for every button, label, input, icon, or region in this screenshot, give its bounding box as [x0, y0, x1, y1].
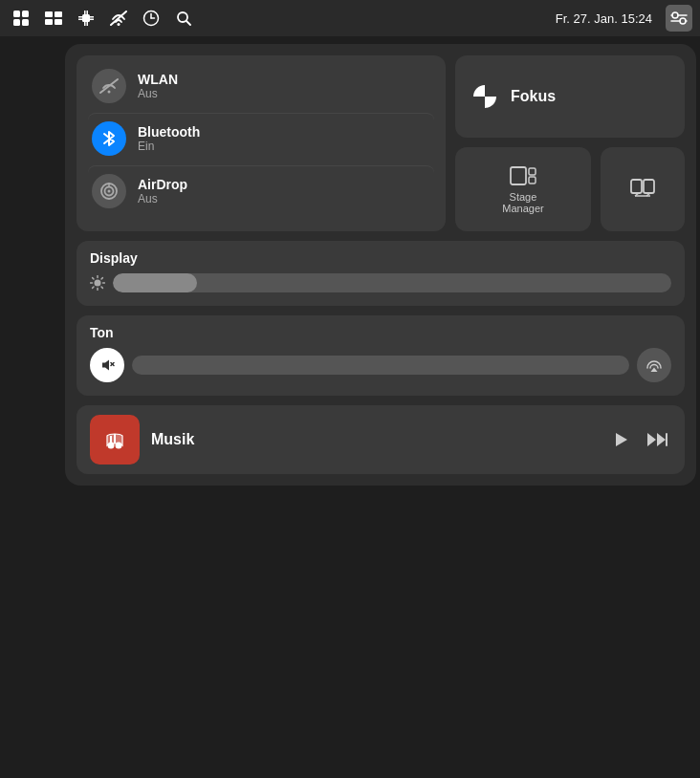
brightness-fill [113, 273, 197, 292]
skip-forward-button[interactable] [643, 427, 671, 452]
ton-slider-row [90, 348, 671, 382]
menubar-datetime: Fr. 27. Jan. 15:24 [556, 11, 652, 26]
svg-point-56 [116, 443, 122, 449]
svg-rect-39 [631, 180, 642, 193]
svg-rect-37 [529, 168, 536, 175]
svg-rect-3 [22, 19, 29, 26]
svg-rect-36 [511, 167, 526, 184]
right-col: Fokus StageManager [455, 55, 685, 231]
svg-rect-1 [22, 11, 29, 17]
bluetooth-title: Bluetooth [138, 124, 200, 140]
dashboard-icon[interactable] [40, 5, 67, 32]
wlan-title: WLAN [138, 72, 178, 87]
svg-marker-61 [657, 433, 666, 446]
ton-label: Ton [90, 325, 671, 340]
top-row: WLAN Aus Bluetooth Ein [77, 55, 685, 231]
svg-rect-38 [529, 177, 536, 184]
airdrop-title: AirDrop [138, 177, 187, 192]
fokus-label: Fokus [511, 88, 556, 105]
play-button[interactable] [608, 427, 633, 452]
svg-marker-59 [616, 433, 627, 446]
svg-rect-9 [84, 11, 86, 14]
mute-button[interactable] [90, 348, 124, 382]
svg-line-49 [93, 278, 94, 279]
brightness-icon [90, 275, 105, 291]
display-mirror-button[interactable] [601, 147, 685, 231]
connectivity-block: WLAN Aus Bluetooth Ein [77, 55, 446, 231]
fokus-icon [470, 82, 499, 111]
svg-rect-4 [45, 11, 53, 17]
menubar-left-icons [8, 5, 197, 32]
svg-rect-12 [87, 22, 89, 26]
bluetooth-text: Bluetooth Ein [138, 124, 200, 153]
spaces-icon[interactable] [8, 5, 34, 32]
svg-rect-57 [114, 434, 116, 443]
bluetooth-item[interactable]: Bluetooth Ein [88, 113, 434, 163]
chip-icon[interactable] [73, 5, 99, 32]
svg-point-44 [95, 280, 101, 287]
svg-point-24 [672, 12, 678, 18]
bluetooth-subtitle: Ein [138, 140, 200, 153]
svg-rect-10 [87, 11, 89, 14]
musik-title: Musik [151, 431, 597, 448]
svg-point-34 [108, 190, 111, 193]
svg-line-52 [93, 287, 94, 288]
svg-line-23 [186, 21, 190, 25]
svg-rect-58 [110, 436, 112, 445]
stage-manager-label: StageManager [502, 191, 543, 214]
stage-manager-button[interactable]: StageManager [455, 147, 591, 231]
svg-point-27 [680, 18, 686, 24]
bluetooth-icon [92, 121, 126, 156]
wlan-item[interactable]: WLAN Aus [88, 61, 434, 111]
stage-manager-icon [510, 164, 536, 187]
menubar: Fr. 27. Jan. 15:24 [0, 0, 700, 36]
wifi-off-icon[interactable] [105, 5, 132, 32]
svg-rect-13 [78, 16, 82, 18]
svg-rect-0 [13, 11, 20, 17]
svg-point-31 [108, 91, 111, 94]
svg-line-50 [101, 287, 102, 288]
wlan-subtitle: Aus [138, 87, 178, 100]
wlan-text: WLAN Aus [138, 72, 178, 100]
musik-section: Musik [77, 405, 685, 474]
search-icon[interactable] [170, 5, 197, 32]
display-mirror-icon [630, 179, 655, 200]
airplay-button[interactable] [637, 348, 671, 382]
airdrop-text: AirDrop Aus [138, 177, 187, 205]
time-machine-icon[interactable] [138, 5, 164, 32]
svg-rect-8 [82, 14, 90, 22]
control-center-panel: WLAN Aus Bluetooth Ein [65, 44, 696, 486]
musik-artwork [90, 415, 140, 465]
svg-rect-16 [90, 19, 94, 21]
svg-rect-6 [45, 19, 53, 25]
airdrop-subtitle: Aus [138, 192, 187, 205]
airdrop-item[interactable]: AirDrop Aus [88, 165, 434, 216]
svg-rect-2 [13, 19, 20, 26]
airdrop-icon [92, 174, 126, 208]
volume-slider[interactable] [132, 356, 629, 375]
svg-rect-62 [666, 433, 667, 446]
svg-rect-15 [90, 16, 94, 18]
display-slider-row [90, 273, 671, 292]
control-center-icon[interactable] [666, 5, 692, 32]
svg-rect-7 [55, 19, 62, 25]
display-section: Display [77, 241, 685, 306]
brightness-slider[interactable] [113, 273, 671, 292]
musik-controls [608, 427, 671, 452]
fokus-button[interactable]: Fokus [455, 55, 685, 138]
stage-row: StageManager [455, 147, 685, 231]
svg-rect-5 [55, 11, 62, 17]
svg-line-51 [101, 278, 102, 279]
svg-rect-40 [644, 180, 654, 193]
svg-marker-60 [647, 433, 656, 446]
svg-rect-11 [84, 22, 86, 26]
svg-rect-14 [78, 19, 82, 21]
wlan-icon [92, 69, 126, 103]
svg-point-18 [118, 23, 120, 26]
display-label: Display [90, 250, 671, 266]
ton-section: Ton [77, 315, 685, 396]
